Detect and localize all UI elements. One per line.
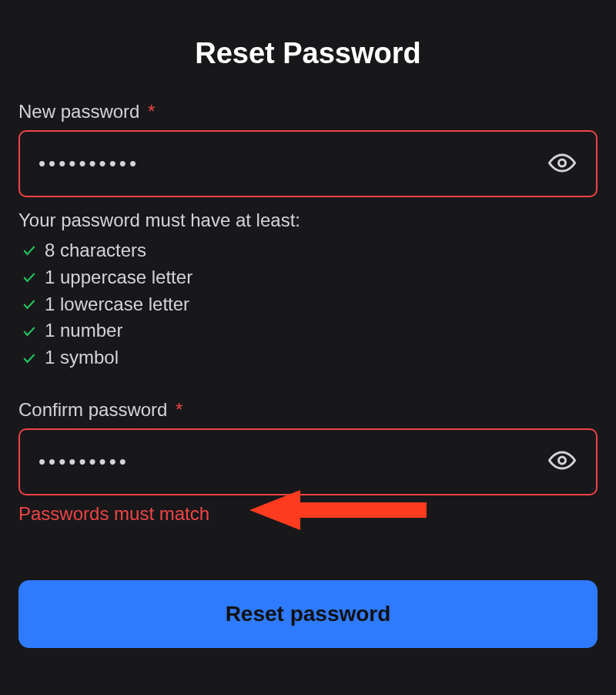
new-password-input-wrap [18,130,598,197]
reset-password-form: Reset Password New password * Your passw… [18,37,598,648]
svg-point-1 [559,457,566,464]
requirement-item: 8 characters [18,237,598,264]
required-mark: * [176,399,182,420]
new-password-group: New password * [18,101,598,197]
check-icon [22,351,37,366]
svg-marker-2 [249,490,427,530]
check-icon [22,297,37,312]
requirement-label: 1 symbol [45,344,119,371]
svg-point-0 [559,159,566,166]
requirement-item: 1 number [18,317,598,344]
requirement-label: 1 uppercase letter [45,264,192,291]
new-password-label: New password * [18,101,598,123]
new-password-input[interactable] [18,130,598,197]
eye-icon [548,447,576,477]
confirm-password-group: Confirm password * Passwords must match [18,399,598,525]
check-icon [22,270,37,285]
required-mark: * [148,101,155,122]
requirement-label: 8 characters [45,237,146,264]
new-password-label-text: New password [18,101,139,122]
confirm-password-label: Confirm password * [18,399,598,421]
confirm-password-error: Passwords must match [18,503,209,525]
toggle-confirm-password-visibility[interactable] [545,444,579,480]
eye-icon [548,149,576,179]
confirm-password-input-wrap [18,428,598,495]
requirement-item: 1 lowercase letter [18,291,598,318]
page-title: Reset Password [18,37,598,70]
requirements-title: Your password must have at least: [18,210,598,231]
reset-password-button[interactable]: Reset password [18,580,598,648]
requirement-label: 1 number [45,317,122,344]
password-requirements: Your password must have at least: 8 char… [18,210,598,371]
requirement-label: 1 lowercase letter [45,291,189,318]
requirement-item: 1 symbol [18,344,598,371]
confirm-password-input[interactable] [18,428,598,495]
toggle-new-password-visibility[interactable] [545,146,579,182]
check-icon [22,243,37,258]
confirm-password-label-text: Confirm password [18,399,167,420]
requirement-item: 1 uppercase letter [18,264,598,291]
error-row: Passwords must match [18,495,598,525]
check-icon [22,324,37,339]
